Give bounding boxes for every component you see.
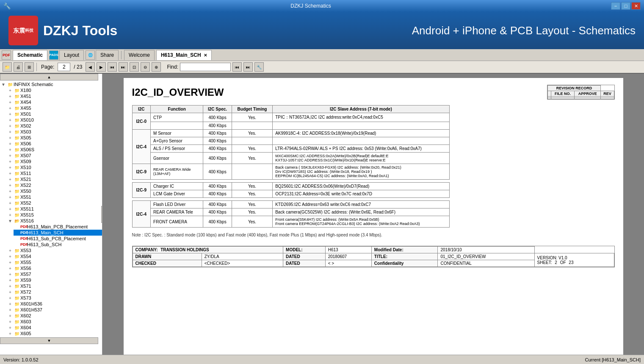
tree-root-item[interactable]: ▼ 📁 INFINIX Schematic	[0, 81, 102, 87]
sidebar-item-x502[interactable]: +📁X502	[7, 123, 102, 129]
sidebar-scroll-up[interactable]: ▲	[0, 74, 98, 81]
func-lcm: LCM Gate Driver	[151, 190, 203, 198]
status-bar: Version: 1.0.0.52 Current [H613_Main_SCH…	[0, 355, 644, 364]
schematic-tab[interactable]: Schematic	[13, 50, 47, 60]
share-tab[interactable]: Share	[96, 50, 119, 60]
sidebar-item-x503[interactable]: +📁X503	[7, 129, 102, 135]
pads-icon[interactable]: PADS	[49, 50, 58, 60]
sidebar-item-x5511[interactable]: +📁X5511	[7, 206, 102, 212]
maximize-button[interactable]: □	[621, 2, 630, 10]
sidebar-item-x559[interactable]: +📁X559	[7, 277, 102, 283]
active-file-tab[interactable]: H613_Main_SCH ✕	[156, 50, 212, 60]
spec-ctp: 400 Kbps	[203, 113, 232, 122]
drawn-label: DRAWN	[133, 253, 202, 260]
find-label: Find:	[167, 64, 178, 70]
nav-zoom-out-btn[interactable]: ⊖	[141, 62, 150, 72]
sidebar-item-x554[interactable]: +📁X554	[7, 253, 102, 259]
nav-print-btn[interactable]: 🖨	[14, 62, 23, 72]
sidebar-item-h613-sub-pcb[interactable]: PDF H613_Sub_PCB_Placement	[14, 236, 102, 242]
table-row: REAR CAMERA Tele 400 Kbps Yes. Back came…	[132, 208, 449, 216]
sidebar-item-x522[interactable]: +📁X522	[7, 182, 102, 188]
sidebar-item-x5515[interactable]: +📁X5515	[7, 212, 102, 218]
sidebar-item-x572[interactable]: +📁X572	[7, 289, 102, 295]
tab-close-icon[interactable]: ✕	[204, 53, 207, 58]
sidebar-item-x605[interactable]: +📁X605	[7, 331, 102, 336]
func-charger: Charger IC	[151, 183, 203, 190]
sidebar-item-x511[interactable]: +📁X511	[7, 170, 102, 176]
close-button[interactable]: ✕	[631, 2, 641, 10]
sidebar-item-x501[interactable]: +📁X501	[7, 111, 102, 117]
sidebar-item-x5010[interactable]: +📁X5010	[7, 117, 102, 123]
nav-sep1	[36, 63, 37, 71]
sidebar-item-x5516[interactable]: ▼📂X5516	[7, 218, 102, 224]
sidebar-item-h613-main-pcb[interactable]: PDF H613_Main_PCB_Placement	[14, 224, 102, 230]
sidebar-item-x573[interactable]: +📁X573	[7, 295, 102, 301]
sidebar-item-x557[interactable]: +📁X557	[7, 271, 102, 277]
sidebar-item-x507[interactable]: +📁X507	[7, 153, 102, 158]
root-toggle[interactable]: ▼	[0, 82, 7, 87]
nav-first-btn[interactable]: ⏮	[108, 62, 117, 72]
sidebar-scroll-down[interactable]: ▼	[0, 337, 98, 344]
checked-label: CHECKED	[133, 260, 202, 267]
sidebar-item-x180[interactable]: +📁X180	[7, 87, 102, 93]
sidebar-item-x521[interactable]: +📁X521	[7, 176, 102, 182]
logo-box: 东震 科技 DZKJ Tools	[8, 16, 117, 45]
pdf-icon-3: PDF	[20, 236, 27, 241]
sidebar-item-x555[interactable]: +📁X555	[7, 259, 102, 265]
brand-text: DZKJ Tools	[43, 23, 117, 39]
nav-fit-btn[interactable]: ⊞	[25, 62, 34, 72]
sidebar-item-x451[interactable]: +📁X451	[7, 93, 102, 99]
nav-last-btn[interactable]: ⏭	[119, 62, 128, 72]
sidebar-item-x550[interactable]: +📁X550	[7, 188, 102, 194]
model-value: H613	[325, 247, 371, 253]
pdf-button[interactable]: PDF	[2, 50, 11, 60]
nav-open-folder-btn[interactable]: 📁	[3, 62, 12, 72]
sidebar-item-h613-sub-sch[interactable]: PDF H613_Sub_SCH	[14, 242, 102, 247]
table-row: LCM Gate Driver 400 Kbps Yes. OCP2131:I2…	[132, 190, 449, 198]
col-spec: I2C Spec.	[203, 106, 232, 113]
share-icon[interactable]: 🌐	[86, 50, 95, 60]
sidebar-item-x510[interactable]: +📁X510	[7, 164, 102, 170]
sidebar-item-x454[interactable]: +📁X454	[7, 99, 102, 105]
x5516-children: PDF H613_Main_PCB_Placement PDF H613_Mai…	[7, 224, 102, 247]
of-value: 23	[569, 260, 573, 265]
func-als: ALS / PS Sensor	[151, 145, 203, 153]
sidebar-item-x601h536[interactable]: +📁X601H536	[7, 301, 102, 307]
sidebar-item-x556[interactable]: +📁X556	[7, 265, 102, 271]
minimize-button[interactable]: −	[611, 2, 620, 10]
sidebar-item-x509[interactable]: +📁X509	[7, 158, 102, 164]
find-prev-btn[interactable]: ⏮	[232, 62, 242, 72]
i2c-table: I2C Function I2C Spec. Budget Timing I2C…	[132, 105, 450, 228]
header-bar: 东震 科技 DZKJ Tools Android + iPhone & PCB …	[0, 12, 644, 49]
sidebar-item-x506[interactable]: +📁X506	[7, 141, 102, 147]
sidebar-item-x553[interactable]: +📁X553	[7, 247, 102, 253]
i2c-group-4a: I2C-4	[132, 130, 151, 164]
layout-tab[interactable]: Layout	[59, 50, 84, 60]
sidebar-item-h613-main-sch[interactable]: PDF H613_Main_SCH	[14, 230, 102, 236]
nav-prev-btn[interactable]: ◀	[86, 62, 95, 72]
sidebar-item-x552[interactable]: +📁X552	[7, 200, 102, 206]
sidebar-item-x601h537[interactable]: +📁X601H537	[7, 307, 102, 313]
welcome-tab[interactable]: Welcome	[124, 50, 155, 60]
find-input[interactable]	[180, 63, 231, 71]
sidebar-item-x505[interactable]: +📁X505	[7, 135, 102, 141]
sidebar-item-x551[interactable]: +📁X551	[7, 194, 102, 200]
find-next-btn[interactable]: ⏭	[243, 62, 253, 72]
sidebar-item-x455[interactable]: +📁X455	[7, 105, 102, 111]
sidebar-item-x506s[interactable]: +📁X506S	[7, 147, 102, 153]
sidebar-item-x604[interactable]: +📁X604	[7, 325, 102, 331]
title-label: TITLE:	[371, 253, 438, 260]
nav-zoom-in-btn[interactable]: ⊕	[152, 62, 161, 72]
nav-next-btn[interactable]: ▶	[97, 62, 106, 72]
nav-fit2-btn[interactable]: ⊡	[130, 62, 139, 72]
sidebar-item-x603[interactable]: +📁X603	[7, 319, 102, 325]
find-options-btn[interactable]: 🔧	[254, 62, 264, 72]
version-label: VERSION: V1.0	[537, 256, 611, 260]
dated2-label: DATED	[283, 260, 326, 267]
page-input[interactable]	[58, 63, 70, 71]
dated-label: DATED	[283, 253, 326, 260]
window-title: DZKJ Schematics	[11, 3, 611, 9]
pdf-label: PDF	[3, 53, 10, 57]
sidebar-item-x571[interactable]: +📁X571	[7, 283, 102, 289]
sidebar-item-x602[interactable]: +📁X602	[7, 313, 102, 319]
